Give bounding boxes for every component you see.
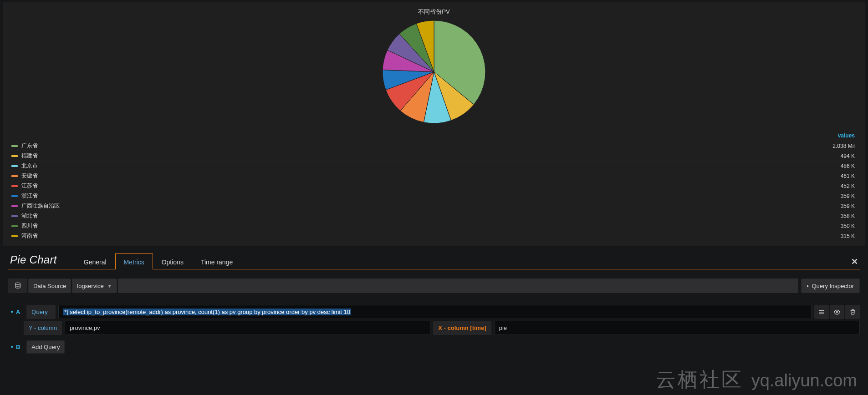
legend: values 广东省2.038 Mil福建省494 K北京市486 K安徽省46… <box>11 132 857 241</box>
pie-chart-area <box>11 20 857 124</box>
query-inspector-button[interactable]: ▸ Query Inspector <box>801 279 860 293</box>
panel-editor: Pie Chart General Metrics Options Time r… <box>0 248 868 354</box>
legend-name: 福建省 <box>21 152 841 160</box>
legend-row[interactable]: 福建省494 K <box>11 151 857 161</box>
legend-name: 河南省 <box>21 232 841 240</box>
legend-name: 江苏省 <box>21 182 841 190</box>
legend-value: 486 K <box>841 163 857 169</box>
legend-swatch <box>11 225 18 227</box>
legend-swatch <box>11 205 18 207</box>
chevron-down-icon: ▼ <box>10 310 14 314</box>
legend-swatch <box>11 155 18 157</box>
query-row-a: ▼ A Query *| select ip_to_province(remot… <box>8 305 860 319</box>
legend-value: 2.038 Mil <box>832 143 857 149</box>
legend-row[interactable]: 广东省2.038 Mil <box>11 141 857 151</box>
query-row-b: ▼ B Add Query <box>8 340 860 354</box>
chevron-down-icon: ▼ <box>10 345 14 349</box>
legend-value: 461 K <box>841 173 857 179</box>
legend-header: values <box>11 132 857 140</box>
tab-options[interactable]: Options <box>153 253 192 269</box>
menu-icon[interactable] <box>814 305 829 319</box>
datasource-row: Data Source logservice ▼ ▸ Query Inspect… <box>8 279 860 293</box>
chevron-down-icon: ▼ <box>107 284 112 289</box>
legend-value: 359 K <box>841 203 857 209</box>
legend-name: 四川省 <box>21 222 841 230</box>
legend-swatch <box>11 215 18 217</box>
legend-name: 湖北省 <box>21 212 841 220</box>
x-column-label[interactable]: X - column [time] <box>433 321 491 335</box>
legend-name: 北京市 <box>21 162 841 170</box>
legend-row[interactable]: 浙江省359 K <box>11 191 857 201</box>
database-icon <box>8 279 27 293</box>
legend-row[interactable]: 安徽省461 K <box>11 171 857 181</box>
trash-icon[interactable] <box>845 305 860 319</box>
pie-chart[interactable] <box>382 20 486 124</box>
query-editor-body: Data Source logservice ▼ ▸ Query Inspect… <box>8 269 860 354</box>
svg-point-0 <box>15 283 20 284</box>
watermark-title: 云栖社区 <box>656 370 743 390</box>
legend-swatch <box>11 185 18 187</box>
datasource-select[interactable]: logservice ▼ <box>72 279 117 293</box>
add-query-button[interactable]: Add Query <box>26 340 65 354</box>
legend-value: 452 K <box>841 183 857 189</box>
caret-right-icon: ▸ <box>807 284 809 288</box>
query-y-x-row: Y - column province,pv X - column [time]… <box>24 321 860 335</box>
eye-icon[interactable] <box>830 305 844 319</box>
legend-value: 315 K <box>841 233 857 239</box>
legend-name: 广西壮族自治区 <box>21 202 841 210</box>
query-label[interactable]: Query <box>26 305 56 319</box>
watermark-url: yq.aliyun.com <box>751 372 857 389</box>
query-input[interactable]: *| select ip_to_province(remote_addr) as… <box>58 305 812 319</box>
svg-point-4 <box>836 311 838 313</box>
legend-swatch <box>11 195 18 197</box>
legend-swatch <box>11 145 18 147</box>
datasource-row-fill <box>118 279 798 293</box>
panel-type-label: Pie Chart <box>8 253 66 269</box>
close-editor-icon[interactable]: ✕ <box>851 257 858 267</box>
legend-name: 广东省 <box>21 142 832 150</box>
watermark: 云栖社区 yq.aliyun.com <box>656 370 857 390</box>
chart-title: 不同省份PV <box>11 8 857 16</box>
legend-row[interactable]: 北京市486 K <box>11 161 857 171</box>
x-column-input[interactable]: pie <box>494 321 860 335</box>
legend-value: 358 K <box>841 213 857 219</box>
legend-swatch <box>11 175 18 177</box>
query-row-toggle-a[interactable]: ▼ A <box>8 305 24 319</box>
legend-row[interactable]: 湖北省358 K <box>11 211 857 221</box>
tab-time-range[interactable]: Time range <box>192 253 241 269</box>
y-column-input[interactable]: province,pv <box>65 321 430 335</box>
datasource-label: Data Source <box>28 279 71 293</box>
legend-row[interactable]: 江苏省452 K <box>11 181 857 191</box>
legend-values-header[interactable]: values <box>838 132 857 139</box>
query-row-actions <box>814 305 860 319</box>
tab-general[interactable]: General <box>75 253 115 269</box>
legend-row[interactable]: 四川省350 K <box>11 221 857 231</box>
y-column-label[interactable]: Y - column <box>24 321 62 335</box>
legend-name: 浙江省 <box>21 192 841 200</box>
editor-header: Pie Chart General Metrics Options Time r… <box>8 253 860 269</box>
legend-value: 350 K <box>841 223 857 229</box>
legend-value: 494 K <box>841 153 857 159</box>
legend-name: 安徽省 <box>21 172 841 180</box>
tab-metrics[interactable]: Metrics <box>115 253 153 269</box>
legend-swatch <box>11 235 18 237</box>
legend-value: 359 K <box>841 193 857 199</box>
legend-row[interactable]: 河南省315 K <box>11 231 857 241</box>
query-row-toggle-b[interactable]: ▼ B <box>8 340 24 354</box>
editor-tabs: General Metrics Options Time range <box>75 253 241 269</box>
chart-panel: 不同省份PV values 广东省2.038 Mil福建省494 K北京市486… <box>3 2 865 247</box>
legend-swatch <box>11 165 18 167</box>
legend-row[interactable]: 广西壮族自治区359 K <box>11 201 857 211</box>
